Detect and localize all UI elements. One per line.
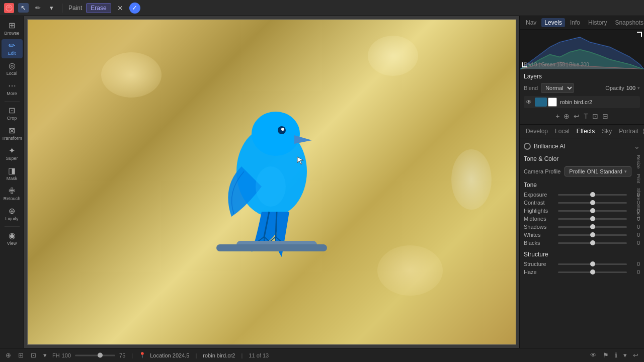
opacity-label: Opacity bbox=[605, 85, 624, 91]
midtones-slider[interactable] bbox=[558, 218, 627, 220]
opacity-value: 100 bbox=[626, 85, 635, 91]
brush-tool-btn[interactable]: ✏ bbox=[33, 3, 43, 13]
share-btn[interactable]: Share bbox=[635, 186, 642, 202]
export-btn[interactable]: Export bbox=[635, 203, 642, 220]
shadows-thumb[interactable] bbox=[590, 224, 595, 229]
group-layer-btn[interactable]: ⊕ bbox=[562, 111, 571, 121]
topbar: ↖ ✏ ▾ Paint Erase ✕ ✓ bbox=[0, 0, 644, 16]
highlights-slider[interactable] bbox=[558, 210, 627, 212]
midtones-row: Midtones 0 bbox=[524, 216, 640, 222]
contrast-thumb[interactable] bbox=[590, 200, 595, 205]
sidebar-item-mask[interactable]: ◨ Mask bbox=[2, 164, 23, 184]
zoom-thumb[interactable] bbox=[98, 353, 103, 358]
edit-tab-effects[interactable]: Effects bbox=[574, 127, 598, 136]
profile-dropdown[interactable]: Profile ON1 Standard ▾ bbox=[565, 166, 631, 176]
haze-slider[interactable] bbox=[558, 272, 627, 273]
edit-tab-local[interactable]: Local bbox=[552, 127, 573, 136]
duplicate-layer-btn[interactable]: ⊡ bbox=[591, 111, 599, 121]
layers-controls: Blend Normal Opacity 100 ▾ bbox=[524, 83, 640, 93]
edit-icon: ✏ bbox=[9, 42, 15, 50]
structure-thumb[interactable] bbox=[590, 261, 595, 266]
print-btn[interactable]: Print bbox=[635, 172, 642, 186]
exposure-slider[interactable] bbox=[558, 194, 627, 196]
zoom-mode-label: FH bbox=[52, 352, 60, 358]
nav-tab-levels[interactable]: Levels bbox=[541, 18, 565, 27]
left-sidebar: ⊞ Browse ✏ Edit ◎ Local ⋯ More ⊡ Crop ⊠ … bbox=[0, 16, 24, 348]
contrast-row: Contrast 0 bbox=[524, 200, 640, 206]
sidebar-item-liquify[interactable]: ⊕ Liquify bbox=[2, 205, 23, 224]
tool-dropdown-btn[interactable]: ▾ bbox=[47, 3, 56, 13]
layer-name: robin bird.cr2 bbox=[560, 99, 592, 105]
edit-tab-develop[interactable]: Develop bbox=[523, 127, 551, 136]
exposure-thumb[interactable] bbox=[590, 192, 595, 197]
sidebar-item-more[interactable]: ⋯ More bbox=[2, 79, 23, 99]
view-mode-btn[interactable]: ⊞ bbox=[17, 351, 25, 359]
profile-value: ON1 Standard bbox=[587, 168, 622, 174]
location-text: Location 2024.5 bbox=[150, 352, 189, 358]
whites-slider[interactable] bbox=[558, 234, 627, 236]
edit-tab-sky[interactable]: Sky bbox=[599, 127, 615, 136]
layer-row[interactable]: 👁 robin bird.cr2 bbox=[524, 96, 640, 108]
midtones-thumb[interactable] bbox=[590, 216, 595, 221]
info-bottom-btn[interactable]: ℹ bbox=[613, 351, 619, 359]
flag-btn[interactable]: ⚑ bbox=[601, 351, 610, 359]
sidebar-item-view[interactable]: ◉ View bbox=[2, 229, 23, 248]
bottom-separator-1: | bbox=[131, 352, 133, 358]
sidebar-label-retouch: Retouch bbox=[4, 196, 21, 201]
erase-button[interactable]: Erase bbox=[86, 3, 111, 13]
select-tool-btn[interactable]: ↖ bbox=[18, 3, 29, 13]
resize-btn[interactable]: Resize bbox=[635, 153, 642, 171]
blacks-thumb[interactable] bbox=[590, 240, 595, 245]
shadows-value: 0 bbox=[630, 224, 640, 230]
svg-rect-14 bbox=[216, 244, 327, 251]
contrast-slider[interactable] bbox=[558, 202, 627, 204]
edit-tab-portrait[interactable]: Portrait bbox=[616, 127, 641, 136]
sidebar-item-crop[interactable]: ⊡ Crop bbox=[2, 104, 23, 123]
nav-tab-history[interactable]: History bbox=[585, 18, 610, 27]
dropdown-bottom-btn[interactable]: ▾ bbox=[622, 351, 628, 359]
nav-tab-nav[interactable]: Nav bbox=[523, 18, 539, 27]
opacity-control: Opacity 100 ▾ bbox=[605, 85, 640, 91]
crop-mode-btn[interactable]: ⊡ bbox=[29, 351, 38, 359]
svg-point-4 bbox=[281, 128, 284, 131]
close-button[interactable]: ✕ bbox=[115, 3, 125, 13]
layer-visibility-icon[interactable]: 👁 bbox=[526, 99, 532, 106]
structure-slider[interactable] bbox=[558, 263, 627, 265]
whites-thumb[interactable] bbox=[590, 232, 595, 237]
camera-profile-label: Camera Profile bbox=[524, 168, 560, 174]
sidebar-item-transform[interactable]: ⊠ Transform bbox=[2, 124, 23, 143]
delete-layer-btn[interactable]: ⊟ bbox=[601, 111, 609, 121]
sidebar-label-browse: Browse bbox=[4, 31, 19, 36]
sidebar-item-browse[interactable]: ⊞ Browse bbox=[2, 19, 23, 38]
sidebar-item-retouch[interactable]: ✙ Retouch bbox=[2, 185, 23, 204]
nav-tab-info[interactable]: Info bbox=[567, 18, 583, 27]
add-photo-btn[interactable]: ⊕ bbox=[4, 351, 13, 359]
bird-svg bbox=[196, 66, 347, 277]
nav-tab-snapshots[interactable]: Snapshots bbox=[612, 18, 644, 27]
sidebar-item-local[interactable]: ◎ Local bbox=[2, 59, 23, 78]
text-layer-btn[interactable]: T bbox=[583, 111, 589, 121]
undo-btn[interactable]: ↩ bbox=[631, 351, 640, 359]
haze-row: Haze 0 bbox=[524, 269, 640, 275]
view-dropdown-btn[interactable]: ▾ bbox=[42, 351, 48, 359]
blacks-slider[interactable] bbox=[558, 242, 627, 244]
confirm-button[interactable]: ✓ bbox=[129, 3, 140, 14]
zoom-slider[interactable] bbox=[75, 354, 115, 356]
shadows-slider[interactable] bbox=[558, 226, 627, 228]
haze-thumb[interactable] bbox=[590, 269, 595, 275]
bottom-separator-2: | bbox=[195, 352, 197, 358]
crop-icon: ⊡ bbox=[9, 107, 15, 115]
structure-row: Structure 0 bbox=[524, 261, 640, 267]
add-layer-btn[interactable]: + bbox=[554, 111, 560, 121]
merge-layer-btn[interactable]: ↩ bbox=[573, 111, 581, 121]
sidebar-item-edit[interactable]: ✏ Edit bbox=[2, 39, 23, 58]
brilliance-expand-btn[interactable]: ⌄ bbox=[634, 142, 640, 150]
histogram-channel-label: Red 0 | Green 158 | Blue 200 bbox=[524, 62, 589, 67]
eye-btn[interactable]: 👁 bbox=[589, 351, 598, 359]
svg-line-6 bbox=[276, 212, 277, 237]
whites-value: 0 bbox=[630, 232, 640, 238]
blend-mode-select[interactable]: Normal bbox=[541, 83, 574, 93]
highlights-thumb[interactable] bbox=[590, 208, 595, 213]
sidebar-item-super[interactable]: ✦ Super bbox=[2, 144, 23, 163]
haze-label: Haze bbox=[524, 269, 558, 275]
